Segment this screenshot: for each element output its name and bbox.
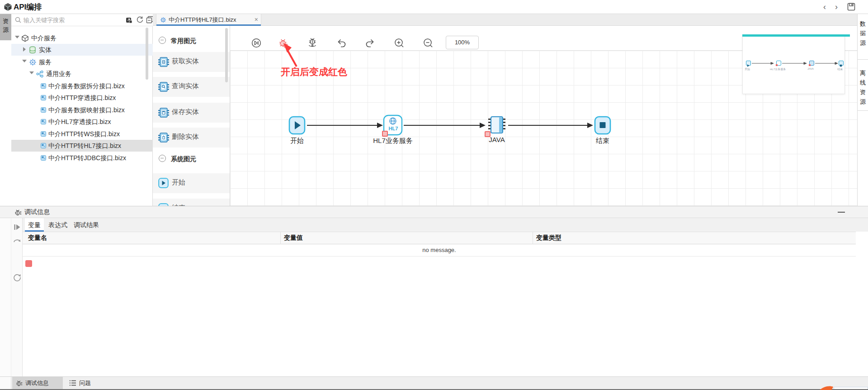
- search-input[interactable]: 输入关键字搜索: [24, 16, 65, 24]
- run-icon[interactable]: [251, 38, 262, 48]
- rail-tab-resources[interactable]: 资源: [0, 14, 11, 40]
- bizx-file-icon: [41, 95, 46, 100]
- close-icon[interactable]: ×: [255, 16, 258, 23]
- palette-section-system[interactable]: 系统图元: [153, 153, 230, 164]
- title-bar: API编排 ‹ ›: [0, 0, 868, 14]
- step-run-icon[interactable]: [14, 224, 21, 231]
- debug-tab-results[interactable]: 调试结果: [71, 218, 101, 232]
- redo-icon[interactable]: [365, 38, 376, 48]
- save-icon[interactable]: [847, 3, 855, 11]
- rail-tab-offline-resource[interactable]: 离线资源: [858, 60, 868, 111]
- tree-file-item[interactable]: 中介服务数据映射接口.bizx: [11, 104, 153, 116]
- file-label[interactable]: 中介服务数据映射接口.bizx: [48, 104, 125, 116]
- debug-info-icon: [15, 379, 23, 387]
- minimap[interactable]: 开始 HL7业务服务 JAVA 结束: [742, 34, 845, 94]
- nav-forward-icon[interactable]: ›: [832, 2, 841, 12]
- tree-file-item[interactable]: 中介HL7穿透接口.bizx: [11, 116, 153, 128]
- collapse-section-icon[interactable]: [159, 155, 166, 162]
- stop-icon[interactable]: [25, 260, 32, 267]
- palette-item-label: 删除实体: [172, 133, 199, 141]
- tree-file-item[interactable]: 中介HTTP转WS接口.bizx: [11, 128, 153, 140]
- chip-save-entity-icon: [158, 107, 169, 118]
- node-hl7-service[interactable]: HL7: [383, 114, 403, 138]
- debug-tabs: 变量 表达式 调试结果: [23, 218, 868, 232]
- zoom-level-button[interactable]: 100%: [446, 36, 479, 49]
- page-title: API编排: [14, 2, 42, 12]
- bizx-file-icon: [41, 131, 46, 137]
- caret-down-icon[interactable]: [29, 71, 34, 74]
- tree-label[interactable]: 实体: [39, 44, 52, 56]
- refresh-tree-icon[interactable]: [136, 16, 144, 24]
- gear-icon: [29, 58, 37, 66]
- tree-label[interactable]: 通用业务: [46, 68, 71, 80]
- palette-item-get-entity[interactable]: 获取实体: [153, 52, 230, 72]
- file-label[interactable]: 中介HTTP穿透接口.bizx: [48, 92, 116, 104]
- palette-scrollbar[interactable]: [225, 28, 228, 82]
- debug-tab-expressions[interactable]: 表达式: [46, 218, 70, 232]
- tree-file-item-selected[interactable]: 中介HTTP转HL7接口.bizx: [11, 140, 153, 152]
- left-rail: 资源: [0, 14, 12, 206]
- palette-item-label: 查询实体: [172, 82, 199, 90]
- tree-node-group[interactable]: 通用业务: [11, 68, 153, 80]
- caret-down-icon[interactable]: [22, 60, 27, 62]
- tree-file-item[interactable]: 中介服务数据拆分接口.bizx: [11, 80, 153, 92]
- refresh-debug-icon[interactable]: [13, 273, 21, 281]
- collapse-section-icon[interactable]: [159, 37, 166, 44]
- search-icon: [15, 17, 21, 23]
- tab-label[interactable]: 中介HTTP转HL7接口.bizx: [169, 16, 236, 24]
- bottom-tab-problems[interactable]: 问题: [66, 377, 105, 389]
- file-label[interactable]: 中介HTTP转JDBC接口.bizx: [48, 152, 126, 164]
- section-title: 系统图元: [171, 153, 196, 164]
- tree-node-service[interactable]: 服务: [11, 56, 153, 68]
- minimap-node-end: [839, 61, 844, 66]
- palette-item-save-entity[interactable]: 保存实体: [153, 103, 230, 123]
- tree-label[interactable]: 中介服务: [31, 32, 57, 44]
- tree-scrollbar[interactable]: [146, 28, 148, 80]
- bottom-bar-spacer: [0, 377, 11, 390]
- tree-node-root[interactable]: 中介服务: [11, 32, 153, 44]
- node-end[interactable]: [594, 116, 611, 137]
- file-label[interactable]: 中介服务数据拆分接口.bizx: [48, 80, 125, 92]
- zoom-out-icon[interactable]: [423, 38, 434, 48]
- debug-enabled-icon[interactable]: [278, 38, 289, 48]
- column-separator[interactable]: [280, 232, 281, 245]
- file-label[interactable]: 中介HTTP转WS接口.bizx: [48, 128, 120, 140]
- bizx-file-icon: [41, 155, 46, 161]
- palette-item-end-partial[interactable]: 结束: [153, 199, 230, 206]
- tree-file-item[interactable]: 中介HTTP穿透接口.bizx: [11, 92, 153, 104]
- file-label[interactable]: 中介HL7穿透接口.bizx: [48, 116, 111, 128]
- locate-file-icon[interactable]: [126, 17, 132, 24]
- minimize-icon[interactable]: [838, 212, 845, 213]
- tree-file-item[interactable]: 中介HTTP转JDBC接口.bizx: [11, 152, 153, 164]
- zoom-in-icon[interactable]: [394, 38, 405, 48]
- undo-icon[interactable]: [336, 38, 347, 48]
- flow-canvas[interactable]: 100% 开启后变成红色 开始: [230, 26, 857, 206]
- bizx-file-icon: [41, 107, 46, 113]
- breakpoint-badge[interactable]: [382, 131, 388, 137]
- breakpoint-badge[interactable]: [485, 131, 491, 137]
- rail-tab-datasource[interactable]: 数据源: [858, 14, 868, 60]
- node-start[interactable]: [288, 116, 306, 137]
- palette-panel: 常用图元 获取实体 查询实体: [153, 26, 230, 206]
- step-over-icon[interactable]: [13, 237, 21, 244]
- search-bar[interactable]: 输入关键字搜索: [11, 14, 153, 26]
- nav-back-icon[interactable]: ‹: [820, 2, 829, 12]
- column-header-variable-name: 变量名: [28, 234, 47, 242]
- palette-item-delete-entity[interactable]: 删除实体: [153, 128, 230, 147]
- file-label[interactable]: 中介HTTP转HL7接口.bizx: [48, 140, 121, 152]
- palette-section-common[interactable]: 常用图元: [153, 35, 230, 46]
- palette-item-query-entity[interactable]: 查询实体: [153, 77, 230, 97]
- caret-down-icon[interactable]: [15, 36, 19, 38]
- tree-label[interactable]: 服务: [39, 56, 52, 68]
- editor-tab-active[interactable]: 中介HTTP转HL7接口.bizx ×: [156, 14, 261, 26]
- palette-item-start[interactable]: 开始: [153, 173, 230, 193]
- minimap-node-java: [809, 61, 814, 66]
- column-separator[interactable]: [533, 232, 533, 245]
- bottom-tab-debug-info[interactable]: 调试信息: [12, 377, 63, 389]
- node-java[interactable]: [486, 115, 507, 137]
- tree-node-entity[interactable]: 实体: [11, 44, 153, 56]
- debug-tab-variables[interactable]: 变量: [25, 218, 44, 232]
- caret-right-icon[interactable]: [23, 47, 26, 52]
- bizx-file-icon: [41, 83, 46, 89]
- debug-step-icon[interactable]: [307, 38, 318, 48]
